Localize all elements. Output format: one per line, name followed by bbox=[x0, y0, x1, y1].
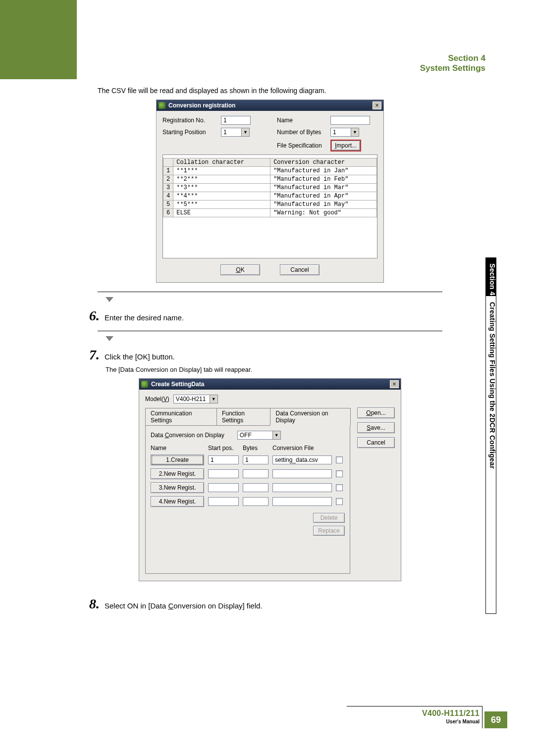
row-index: 4 bbox=[163, 192, 173, 201]
triangle-down-icon bbox=[106, 297, 113, 302]
row-file-input[interactable] bbox=[272, 469, 332, 478]
tab-data-conversion[interactable]: Data Conversion on Display bbox=[270, 408, 351, 426]
row-file-input[interactable] bbox=[272, 483, 332, 492]
separator bbox=[98, 292, 442, 292]
green-corner bbox=[0, 0, 77, 79]
app-icon bbox=[159, 102, 165, 109]
delete-button[interactable]: Delete bbox=[313, 513, 345, 523]
table-row[interactable]: 1 **1*** "Manufactured in Jan" bbox=[163, 167, 377, 175]
table-row[interactable]: 4 **4*** "Manufactured in Apr" bbox=[163, 192, 377, 201]
row-name-button[interactable]: 3.New Regist. bbox=[151, 482, 204, 493]
dc-value: OFF bbox=[238, 432, 272, 439]
ok-button[interactable]: OK bbox=[220, 264, 260, 275]
row-start-input[interactable] bbox=[208, 469, 239, 478]
reg-no-input[interactable] bbox=[221, 116, 251, 125]
table-row[interactable]: 5 **5*** "Manufactured in May" bbox=[163, 201, 377, 209]
row-name-button[interactable]: 1.Create bbox=[151, 454, 204, 465]
model-label: Model(V) bbox=[145, 396, 169, 403]
dialog2-titlebar: Create SettingData × bbox=[139, 379, 401, 390]
row-bytes-input[interactable] bbox=[243, 497, 268, 506]
cancel-button-2[interactable]: Cancel bbox=[357, 437, 395, 448]
footer-manual: User's Manual bbox=[422, 719, 480, 724]
table-row[interactable]: 2 **2*** "Manufactured in Feb" bbox=[163, 175, 377, 184]
start-pos-select[interactable]: 1 ▼ bbox=[221, 128, 250, 137]
separator bbox=[98, 331, 442, 331]
row-checkbox[interactable] bbox=[336, 484, 343, 491]
model-select[interactable]: V400-H211 ▼ bbox=[173, 395, 218, 403]
row-conversion: "Manufactured in May" bbox=[270, 201, 377, 209]
replace-button[interactable]: Replace bbox=[313, 526, 345, 536]
start-pos-label: Starting Position bbox=[162, 129, 217, 136]
list-item: 3.New Regist. bbox=[151, 482, 345, 493]
intro-text: The CSV file will be read and displayed … bbox=[98, 87, 463, 95]
close-icon[interactable]: × bbox=[373, 101, 381, 109]
conversion-registration-dialog: Conversion registration × Registration N… bbox=[156, 100, 384, 283]
cancel-button[interactable]: Cancel bbox=[280, 264, 320, 275]
dc-label: Data Conversion on Display bbox=[151, 432, 224, 439]
import-button[interactable]: IImport...mport... bbox=[331, 141, 360, 151]
dialog1-title: Conversion registration bbox=[168, 102, 373, 109]
close-icon[interactable]: × bbox=[390, 380, 399, 388]
step6-text: Enter the desired name. bbox=[105, 313, 184, 322]
chevron-down-icon: ▼ bbox=[241, 128, 249, 136]
row-conversion: "Manufactured in Apr" bbox=[270, 192, 377, 201]
chevron-down-icon: ▼ bbox=[272, 431, 280, 439]
app-icon bbox=[141, 381, 148, 388]
footer-vrule bbox=[482, 706, 482, 728]
save-button[interactable]: Save... bbox=[357, 422, 395, 433]
row-collation: **4*** bbox=[173, 192, 270, 201]
row-index: 6 bbox=[163, 209, 173, 217]
tab-communication-settings[interactable]: Communication Settings bbox=[145, 408, 217, 426]
step8-number: 8. bbox=[87, 596, 100, 612]
side-text-chapter: Creating Setting Files Using the 2DCR Co… bbox=[485, 302, 496, 469]
row-start-input[interactable] bbox=[208, 455, 239, 464]
row-start-input[interactable] bbox=[208, 497, 239, 506]
model-value: V400-H211 bbox=[174, 396, 210, 403]
hdr-bytes: Bytes bbox=[243, 445, 268, 452]
table-row[interactable]: 6 ELSE "Warning: Not good" bbox=[163, 209, 377, 217]
row-checkbox[interactable] bbox=[336, 470, 343, 477]
conversion-table: Collation character Conversion character… bbox=[163, 158, 377, 217]
row-index: 5 bbox=[163, 201, 173, 209]
dialog1-titlebar: Conversion registration × bbox=[157, 100, 383, 111]
footer: V400-H111/211 User's Manual bbox=[422, 709, 480, 724]
col-conversion-header: Conversion character bbox=[270, 158, 377, 167]
hdr-name: Name bbox=[151, 445, 204, 452]
row-collation: ELSE bbox=[173, 209, 270, 217]
table-row[interactable]: 3 **3*** "Manufactured in Mar" bbox=[163, 184, 377, 192]
row-start-input[interactable] bbox=[208, 483, 239, 492]
columns-header: Name Start pos. Bytes Conversion File bbox=[151, 445, 345, 452]
name-input[interactable] bbox=[330, 116, 370, 125]
bytes-select[interactable]: 1 ▼ bbox=[330, 128, 359, 137]
row-bytes-input[interactable] bbox=[243, 469, 268, 478]
row-name-button[interactable]: 2.New Regist. bbox=[151, 468, 204, 479]
row-bytes-input[interactable] bbox=[243, 455, 268, 464]
tab-function-settings[interactable]: Function Settings bbox=[216, 408, 271, 426]
tab-panel: Data Conversion on Display OFF ▼ Name St… bbox=[145, 425, 350, 574]
col-idx-header bbox=[163, 158, 173, 167]
row-checkbox[interactable] bbox=[336, 456, 343, 463]
conversion-table-wrap: Collation character Conversion character… bbox=[162, 154, 377, 258]
bytes-label: Number of Bytes bbox=[277, 129, 326, 136]
header-title: System Settings bbox=[420, 63, 485, 73]
row-collation: **5*** bbox=[173, 201, 270, 209]
list-item: 4.New Regist. bbox=[151, 496, 345, 507]
row-file-input[interactable] bbox=[272, 455, 332, 464]
row-checkbox[interactable] bbox=[336, 498, 343, 505]
side-text-section: Section 4 bbox=[485, 260, 496, 299]
page-number: 69 bbox=[484, 711, 507, 728]
file-spec-label: File Specification bbox=[277, 142, 326, 149]
row-name-button[interactable]: 4.New Regist. bbox=[151, 496, 204, 507]
step7-text: Click the [OK] button. bbox=[105, 353, 175, 361]
open-button[interactable]: Open... bbox=[357, 407, 395, 418]
dialog2-title: Create SettingData bbox=[151, 381, 390, 388]
row-bytes-input[interactable] bbox=[243, 483, 268, 492]
hdr-start: Start pos. bbox=[208, 445, 239, 452]
hdr-file: Conversion File bbox=[272, 445, 332, 452]
row-collation: **3*** bbox=[173, 184, 270, 192]
dc-select[interactable]: OFF ▼ bbox=[237, 431, 281, 440]
row-conversion: "Warning: Not good" bbox=[270, 209, 377, 217]
list-item: 2.New Regist. bbox=[151, 468, 345, 479]
row-file-input[interactable] bbox=[272, 497, 332, 506]
step7-subtext: The [Data Conversion on Display] tab wil… bbox=[106, 366, 463, 373]
